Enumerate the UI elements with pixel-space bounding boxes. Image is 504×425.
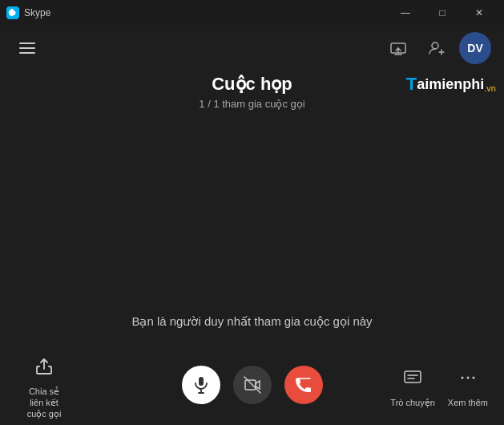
more-icon xyxy=(458,368,478,387)
skype-icon xyxy=(6,6,19,19)
window-controls: — □ ✕ xyxy=(387,0,498,26)
watermark-vn: .vn xyxy=(484,83,496,93)
maximize-button[interactable]: □ xyxy=(424,0,461,26)
video-off-icon xyxy=(243,375,262,395)
top-nav: DV xyxy=(0,26,504,71)
center-controls xyxy=(182,366,323,404)
svg-rect-7 xyxy=(199,377,204,386)
minimize-button[interactable]: — xyxy=(387,0,424,26)
end-call-button[interactable] xyxy=(284,366,323,404)
add-person-button[interactable] xyxy=(421,32,453,64)
mic-icon xyxy=(192,375,211,395)
avatar-button[interactable]: DV xyxy=(459,32,491,64)
menu-line-2 xyxy=(19,47,35,49)
top-nav-right: DV xyxy=(382,32,491,64)
watermark: T aimienphi .vn xyxy=(406,74,496,95)
call-subtitle: 1 / 1 tham gia cuộc gọi xyxy=(199,98,304,110)
bottom-controls: Chia sẻliên kếtcuộc gọi xyxy=(0,345,504,425)
svg-point-4 xyxy=(432,42,438,49)
svg-line-10 xyxy=(244,377,260,393)
chat-icon xyxy=(403,368,422,387)
menu-button[interactable] xyxy=(13,36,42,60)
svg-rect-12 xyxy=(405,371,421,382)
svg-point-15 xyxy=(461,376,463,378)
title-bar-left: Skype xyxy=(6,6,50,19)
end-call-icon xyxy=(294,375,313,395)
more-button[interactable] xyxy=(452,362,484,394)
watermark-t: T xyxy=(406,74,417,95)
menu-line-1 xyxy=(19,42,35,44)
share-link-icon xyxy=(34,357,54,376)
share-link-button[interactable] xyxy=(28,350,60,382)
mic-button[interactable] xyxy=(182,366,220,404)
menu-line-3 xyxy=(19,52,35,54)
close-button[interactable]: ✕ xyxy=(461,0,498,26)
chat-label: Trò chuyện xyxy=(390,397,435,408)
app-title: Skype xyxy=(24,7,50,18)
chat-button[interactable] xyxy=(397,362,429,394)
chat-control[interactable]: Trò chuyện xyxy=(390,362,435,408)
video-button[interactable] xyxy=(233,366,272,404)
avatar-label: DV xyxy=(467,42,482,55)
more-control[interactable]: Xem thêm xyxy=(448,362,488,408)
add-person-icon xyxy=(428,39,446,57)
call-title: Cuộc họp xyxy=(212,74,292,95)
app-body: DV T aimienphi .vn Cuộc họp 1 / 1 tham g… xyxy=(0,26,504,425)
right-controls: Trò chuyện Xem thêm xyxy=(390,362,488,408)
svg-point-17 xyxy=(472,376,474,378)
share-screen-button[interactable] xyxy=(382,32,414,64)
svg-point-16 xyxy=(466,376,469,378)
more-label: Xem thêm xyxy=(448,397,488,408)
share-screen-icon xyxy=(389,39,407,57)
share-link-label: Chia sẻliên kếtcuộc gọi xyxy=(27,386,62,420)
title-bar: Skype — □ ✕ xyxy=(0,0,504,26)
watermark-text: aimienphi xyxy=(417,76,484,93)
share-link-control[interactable]: Chia sẻliên kếtcuộc gọi xyxy=(16,350,72,420)
alone-message: Bạn là người duy nhất tham gia cuộc gọi … xyxy=(131,314,372,329)
